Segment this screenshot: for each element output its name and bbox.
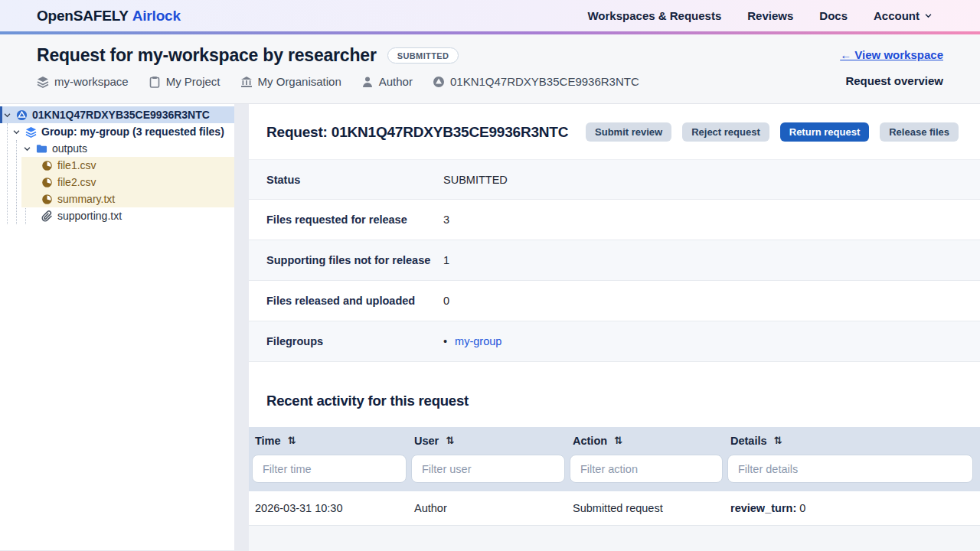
tree-item-supporting[interactable]: supporting.txt [0,207,234,224]
activity-details: group: my-group comment: Please review m… [724,540,980,551]
request-summary-table: Status SUBMITTED Files requested for rel… [249,159,980,362]
breadcrumb-author: Author [361,75,413,88]
breadcrumb: my-workspace My Project My Organisation … [37,75,943,88]
summary-row-files-requested: Files requested for release 3 [249,200,980,240]
request-cube-icon [16,109,28,121]
bank-icon [240,76,253,88]
activity-row-submitted: 2026-03-31 10:30 Author Submitted reques… [249,491,980,526]
output-file-icon [41,177,53,188]
brand-part1: OpenSAFELY [37,8,129,24]
request-actions: Submit review Reject request Return requ… [586,122,959,142]
output-file-icon [41,160,53,171]
file-tree-sidebar: 01KN1Q47RDXYB35CE9936R3NTC Group: my-gro… [0,104,234,550]
filegroup-link[interactable]: my-group [455,335,501,347]
nav-reviews[interactable]: Reviews [747,9,793,22]
column-header-time[interactable]: Time ⇅ [249,435,408,447]
brand-part2: Airlock [132,8,181,24]
tree-item-outputs-folder[interactable]: outputs [0,140,234,157]
breadcrumb-project: My Project [149,75,220,88]
activity-table: Time ⇅ User ⇅ Action ⇅ Details ⇅ [249,427,980,551]
tree-item-summary[interactable]: summary.txt [21,191,234,207]
breadcrumb-request-id: 01KN1Q47RDXYB35CE9936R3NTC [433,75,639,88]
clipboard-icon [149,76,161,88]
files-requested-value: 3 [443,214,449,226]
tree-item-file2[interactable]: file2.csv [21,174,234,191]
filter-action-input[interactable] [570,455,723,483]
activity-row-commented: 2026-03-31 10:30 Author Commented group:… [249,526,980,551]
top-nav: OpenSAFELYAirlock Workspaces & Requests … [0,0,980,31]
reject-request-button[interactable]: Reject request [682,122,769,142]
person-icon [361,76,374,88]
chevron-down-icon[interactable] [12,128,21,136]
nav-account-label: Account [874,9,920,22]
output-file-icon [41,194,53,205]
sort-icon[interactable]: ⇅ [774,435,782,446]
sort-icon[interactable]: ⇅ [614,435,622,446]
request-overview-label: Request overview [840,74,943,87]
tree-item-file1[interactable]: file1.csv [21,157,234,174]
activity-heading: Recent activity for this request [266,393,980,409]
summary-row-files-released: Files released and uploaded 0 [249,281,980,321]
tree-item-group[interactable]: Group: my-group (3 requested files) [0,123,234,140]
sort-icon[interactable]: ⇅ [288,435,296,446]
files-released-value: 0 [443,295,449,307]
filter-time-input[interactable] [252,455,407,483]
cube-icon [433,76,445,88]
activity-action: Submitted request [567,493,724,523]
chevron-down-icon[interactable] [23,145,31,153]
return-request-button[interactable]: Return request [780,122,869,142]
page-header: Request for my-workspace by researcher S… [0,34,980,104]
nav-workspaces-requests[interactable]: Workspaces & Requests [587,9,721,22]
tree-item-request-root[interactable]: 01KN1Q47RDXYB35CE9936R3NTC [0,106,234,123]
breadcrumb-organisation: My Organisation [240,75,341,88]
breadcrumb-workspace: my-workspace [37,75,129,88]
brand-logo[interactable]: OpenSAFELYAirlock [37,8,181,24]
column-header-details[interactable]: Details ⇅ [724,435,980,447]
chevron-down-icon[interactable] [3,111,11,119]
activity-time: 2026-03-31 10:30 [249,493,408,523]
summary-row-supporting-files: Supporting files not for release 1 [249,240,980,281]
filter-details-input[interactable] [727,455,973,483]
activity-user: Author [408,493,567,523]
bullet-marker: • [443,335,447,347]
summary-row-status: Status SUBMITTED [249,159,980,200]
page-title: Request for my-workspace by researcher [37,45,377,66]
layers-icon [25,126,37,138]
supporting-files-value: 1 [443,254,449,266]
status-badge: SUBMITTED [387,47,459,64]
view-workspace-link[interactable]: ← View workspace [840,48,943,61]
submit-review-button[interactable]: Submit review [586,122,671,142]
nav-links: Workspaces & Requests Reviews Docs Accou… [587,9,933,22]
request-heading: Request: 01KN1Q47RDXYB35CE9936R3NTC [266,124,568,141]
filter-user-input[interactable] [411,455,565,483]
summary-row-filegroups: Filegroups •my-group [249,321,980,362]
release-files-button[interactable]: Release files [880,122,959,142]
layers-icon [37,76,49,88]
nav-docs[interactable]: Docs [819,9,848,22]
activity-filter-row [249,454,980,491]
nav-account-menu[interactable]: Account [874,9,933,22]
status-value: SUBMITTED [443,174,508,186]
folder-icon [36,143,47,155]
chevron-down-icon [924,11,933,20]
activity-details: review_turn: 0 [724,491,980,525]
column-header-user[interactable]: User ⇅ [408,435,567,447]
paperclip-icon [41,210,53,222]
sort-icon[interactable]: ⇅ [446,435,454,446]
activity-table-header: Time ⇅ User ⇅ Action ⇅ Details ⇅ [249,427,980,454]
main-panel: Request: 01KN1Q47RDXYB35CE9936R3NTC Subm… [249,104,980,550]
column-header-action[interactable]: Action ⇅ [567,435,724,447]
